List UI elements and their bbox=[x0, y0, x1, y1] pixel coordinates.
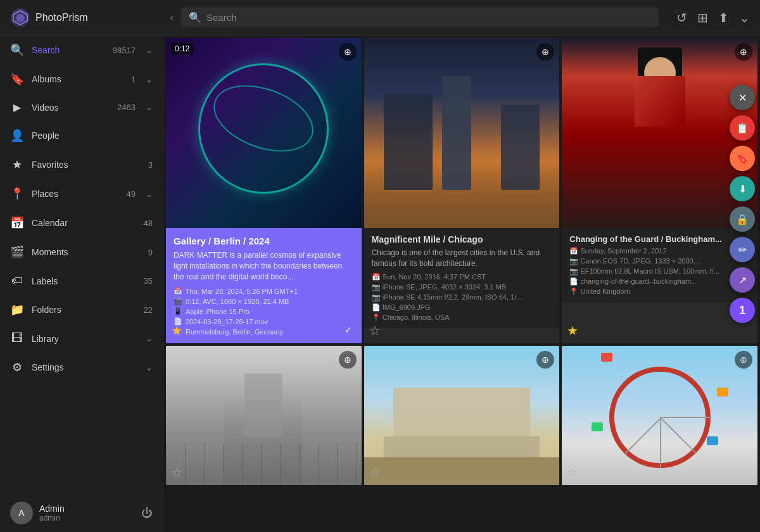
grid-view-icon[interactable]: ⊞ bbox=[697, 10, 708, 25]
berlin-zoom-button[interactable]: ⊕ bbox=[339, 43, 357, 61]
berlin-specs: 0:12, AVC, 1080 × 1920, 21.4 MB bbox=[186, 298, 289, 305]
search-count: 98517 bbox=[113, 46, 136, 55]
library-icon: 🎞 bbox=[10, 332, 24, 345]
sidebar-item-albums[interactable]: 🔖 Albums 1 ⌄ bbox=[0, 65, 163, 94]
videos-icon: ▶ bbox=[10, 101, 24, 113]
calendar-count: 48 bbox=[144, 218, 153, 228]
berlin-card-top: 0:12 ⊕ bbox=[171, 43, 357, 61]
share-action-button[interactable]: ↗ bbox=[730, 267, 755, 293]
chicago-specs-row: 📷 iPhone SE, JPEG, 4032 × 3024, 3.1 MB bbox=[372, 283, 552, 291]
sidebar-item-library[interactable]: 🎞 Library ⌄ bbox=[0, 324, 163, 353]
sidebar-item-calendar[interactable]: 📅 Calendar 48 bbox=[0, 208, 163, 238]
moments-count: 9 bbox=[148, 248, 153, 257]
search-bar[interactable]: 🔍 bbox=[181, 8, 659, 27]
people-label: People bbox=[32, 130, 153, 141]
user-info: Admin admin bbox=[39, 504, 135, 522]
guard-zoom-button[interactable]: ⊕ bbox=[735, 43, 752, 61]
main-layout: 🔍 Search 98517 ⌄ 🔖 Albums 1 ⌄ ▶ Videos 2… bbox=[0, 35, 760, 532]
search-label: Search bbox=[32, 45, 105, 55]
ferris-card-bottom: ☆ bbox=[567, 465, 752, 480]
refresh-icon[interactable]: ↺ bbox=[676, 10, 687, 25]
photo-card-berlin[interactable]: 0:12 ⊕ ★ ✓ Gallery / Berlin / 2024 DARK … bbox=[166, 38, 362, 343]
albums-arrow: ⌄ bbox=[146, 75, 153, 84]
upload-icon[interactable]: ⬆ bbox=[718, 10, 729, 25]
museum-zoom-button[interactable]: ⊕ bbox=[536, 351, 554, 369]
chicago-star-button[interactable]: ☆ bbox=[369, 323, 381, 338]
sidebar-item-places[interactable]: 📍 Places 49 ⌄ bbox=[0, 179, 163, 208]
ferris-star-button[interactable]: ☆ bbox=[567, 465, 578, 480]
phone-meta-icon: 📱 bbox=[174, 307, 182, 315]
folders-label: Folders bbox=[32, 305, 136, 315]
search-icon: 🔍 bbox=[189, 11, 201, 23]
more-options-icon[interactable]: ⌄ bbox=[739, 10, 750, 25]
people-icon: 👤 bbox=[10, 129, 24, 142]
sidebar-item-people[interactable]: 👤 People bbox=[0, 121, 163, 150]
guard-camera-row: 📷 EF100mm f/2.8L Macro IS USM, 100mm, f/… bbox=[569, 267, 750, 276]
photo-berlin-image bbox=[166, 38, 362, 228]
settings-arrow: ⌄ bbox=[146, 363, 153, 372]
bridge-card-top: ⊕ bbox=[171, 351, 357, 369]
sidebar-item-moments[interactable]: 🎬 Moments 9 bbox=[0, 238, 163, 267]
albums-label: Albums bbox=[32, 74, 124, 84]
search-input[interactable] bbox=[206, 12, 651, 23]
photo-grid: 0:12 ⊕ ★ ✓ Gallery / Berlin / 2024 DARK … bbox=[163, 35, 760, 488]
close-action-button[interactable]: ✕ bbox=[730, 85, 755, 110]
berlin-specs-row: 🎬 0:12, AVC, 1080 × 1920, 21.4 MB bbox=[174, 297, 354, 305]
user-avatar: A bbox=[10, 502, 33, 524]
sidebar-collapse-icon[interactable]: ‹ bbox=[170, 12, 174, 23]
action-panel: ✕ 📋 🔖 ⬇ 🔒 ✏ ↗ 1 bbox=[725, 80, 760, 328]
albums-count: 1 bbox=[131, 75, 136, 84]
guard-card-top: ⊕ bbox=[567, 43, 752, 61]
sidebar-item-labels[interactable]: 🏷 Labels 35 bbox=[0, 267, 163, 295]
bridge-star-button[interactable]: ☆ bbox=[171, 465, 182, 480]
photoprism-logo bbox=[10, 8, 30, 28]
videos-count: 2463 bbox=[117, 103, 136, 112]
labels-label: Labels bbox=[32, 276, 136, 286]
labels-icon: 🏷 bbox=[10, 274, 24, 288]
sidebar-item-folders[interactable]: 📁 Folders 22 bbox=[0, 295, 163, 324]
videos-arrow: ⌄ bbox=[146, 103, 153, 112]
lock-action-button[interactable]: 🔒 bbox=[730, 206, 755, 232]
logout-icon[interactable]: ⏻ bbox=[141, 507, 153, 520]
chicago-location-row: 📍 Chicago, Illinois, USA bbox=[372, 314, 552, 322]
favorites-count: 3 bbox=[148, 160, 153, 170]
clipboard-action-button[interactable]: 📋 bbox=[730, 115, 755, 141]
photo-card-chicago[interactable]: ⊕ ☆ Magnificent Mile / Chicago Chicago i… bbox=[364, 38, 560, 343]
berlin-star-button[interactable]: ★ bbox=[171, 323, 182, 338]
sidebar-item-favorites[interactable]: ★ Favorites 3 bbox=[0, 150, 163, 179]
photo-card-ferris[interactable]: ⊕ ☆ bbox=[562, 346, 757, 485]
museum-star-button[interactable]: ☆ bbox=[369, 465, 381, 480]
photo-card-bridge[interactable]: ⊕ ☆ bbox=[166, 346, 362, 485]
photo-card-museum[interactable]: ⊕ ☆ bbox=[364, 346, 560, 485]
chicago-filename-row: 📄 IMG_6909.JPG bbox=[372, 303, 552, 312]
bridge-card-bottom: ☆ bbox=[171, 465, 357, 480]
berlin-description: DARK MATTER is a parallel cosmos of expa… bbox=[174, 250, 354, 282]
search-nav-icon: 🔍 bbox=[10, 43, 24, 57]
labels-count: 35 bbox=[144, 276, 153, 286]
chicago-zoom-button[interactable]: ⊕ bbox=[536, 43, 554, 61]
guard-date-row: 📅 Sunday, September 2, 2012 bbox=[569, 247, 750, 255]
guard-star-button[interactable]: ★ bbox=[567, 323, 578, 338]
calendar-label: Calendar bbox=[32, 218, 136, 228]
selection-count-badge: 1 bbox=[730, 298, 755, 323]
download-action-button[interactable]: ⬇ bbox=[730, 176, 755, 201]
sidebar-item-videos[interactable]: ▶ Videos 2463 ⌄ bbox=[0, 94, 163, 121]
chicago-image bbox=[364, 38, 560, 228]
ferris-zoom-button[interactable]: ⊕ bbox=[735, 351, 752, 369]
bridge-zoom-button[interactable]: ⊕ bbox=[339, 351, 357, 369]
sidebar-item-search[interactable]: 🔍 Search 98517 ⌄ bbox=[0, 35, 163, 65]
sidebar-item-settings[interactable]: ⚙ Settings ⌄ bbox=[0, 353, 163, 382]
chicago-date-row: 📅 Sun, Nov 20, 2016, 4:37 PM CST bbox=[372, 273, 552, 281]
berlin-check-button[interactable]: ✓ bbox=[340, 322, 357, 338]
bookmark-action-button[interactable]: 🔖 bbox=[730, 146, 755, 171]
edit-action-button[interactable]: ✏ bbox=[730, 237, 755, 262]
chicago-title: Magnificent Mile / Chicago bbox=[372, 234, 552, 244]
folders-count: 22 bbox=[144, 305, 153, 315]
app-title: PhotoPrism bbox=[35, 12, 88, 23]
favorites-icon: ★ bbox=[10, 158, 24, 172]
settings-label: Settings bbox=[32, 362, 136, 372]
guard-specs-row: 📷 Canon EOS 7D, JPEG, 1333 × 2000, ... bbox=[569, 257, 750, 265]
berlin-title: Gallery / Berlin / 2024 bbox=[174, 236, 354, 246]
topbar-actions: ↺ ⊞ ⬆ ⌄ bbox=[676, 10, 750, 25]
moments-icon: 🎬 bbox=[10, 245, 24, 259]
